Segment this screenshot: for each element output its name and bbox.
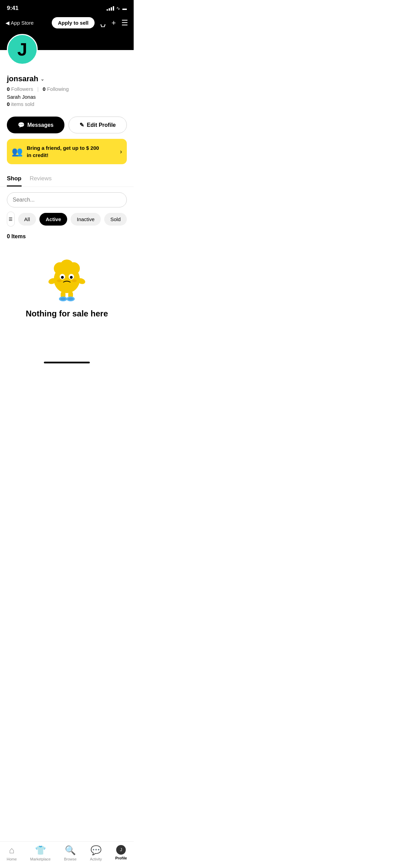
following-count: 0 Following <box>43 86 69 92</box>
empty-mascot-icon <box>43 259 91 303</box>
status-icons: ∿ ▬ <box>107 5 127 11</box>
back-button[interactable]: ◀ App Store <box>5 20 34 26</box>
referral-chevron-icon: › <box>120 148 122 155</box>
edit-icon: ✎ <box>80 122 84 128</box>
items-count: 0 Items <box>0 232 134 245</box>
referral-banner[interactable]: 👥 Bring a friend, get up to $ 200 in cre… <box>7 139 127 164</box>
tab-shop[interactable]: Shop <box>7 171 22 186</box>
svg-point-17 <box>68 298 73 300</box>
filter-sold[interactable]: Sold <box>104 213 127 226</box>
profile-header: J <box>0 34 134 74</box>
messages-button[interactable]: 💬 Messages <box>7 117 64 133</box>
svg-point-9 <box>72 279 77 282</box>
referral-text: Bring a friend, get up to $ 200 in credi… <box>27 144 99 159</box>
svg-point-7 <box>70 276 73 279</box>
add-icon[interactable]: + <box>111 19 116 27</box>
filter-all[interactable]: All <box>18 213 36 226</box>
filter-inactive[interactable]: Inactive <box>71 213 101 226</box>
follow-row: 0 Followers | 0 Following <box>7 86 127 92</box>
tab-reviews[interactable]: Reviews <box>30 171 52 186</box>
action-buttons: 💬 Messages ✎ Edit Profile <box>0 112 134 139</box>
items-sold: 0 items sold <box>7 101 127 107</box>
nav-bar: ◀ App Store Apply to sell ⍽ + ☰ <box>0 14 134 34</box>
signal-icon <box>107 6 114 11</box>
apply-to-sell-button[interactable]: Apply to sell <box>52 17 95 28</box>
edit-profile-button[interactable]: ✎ Edit Profile <box>69 117 127 133</box>
avatar: J <box>7 34 38 65</box>
filter-active[interactable]: Active <box>39 213 67 226</box>
chevron-down-icon[interactable]: ⌄ <box>40 76 45 82</box>
profile-info: jonsarah ⌄ 0 Followers | 0 Following Sar… <box>0 74 134 112</box>
search-input[interactable] <box>13 197 121 203</box>
search-input-wrapper <box>7 192 127 207</box>
followers-count: 0 Followers <box>7 86 33 92</box>
filter-row: ☰ All Active Inactive Sold <box>0 212 134 232</box>
wifi-icon: ∿ <box>116 5 120 11</box>
battery-icon: ▬ <box>122 6 127 11</box>
filter-icon-button[interactable]: ☰ <box>7 212 15 227</box>
username: jonsarah <box>7 74 38 83</box>
status-bar: 9:41 ∿ ▬ <box>0 0 134 14</box>
home-indicator <box>44 362 90 363</box>
display-name: Sarah Jonas <box>7 94 127 100</box>
messages-icon: 💬 <box>18 122 25 128</box>
sliders-icon: ☰ <box>9 217 13 222</box>
referral-icon: 👥 <box>12 146 23 157</box>
menu-icon[interactable]: ☰ <box>121 19 128 27</box>
svg-point-6 <box>61 276 64 279</box>
empty-state: Nothing for sale here <box>0 245 134 325</box>
svg-point-8 <box>57 279 62 282</box>
empty-title: Nothing for sale here <box>26 309 108 318</box>
status-time: 9:41 <box>7 5 19 12</box>
nav-actions: Apply to sell ⍽ + ☰ <box>52 17 128 28</box>
svg-point-3 <box>68 262 80 275</box>
search-container <box>0 187 134 212</box>
tabs: Shop Reviews <box>0 171 134 187</box>
svg-point-16 <box>60 298 66 300</box>
share-icon[interactable]: ⍽ <box>100 19 106 27</box>
username-row: jonsarah ⌄ <box>7 74 127 83</box>
